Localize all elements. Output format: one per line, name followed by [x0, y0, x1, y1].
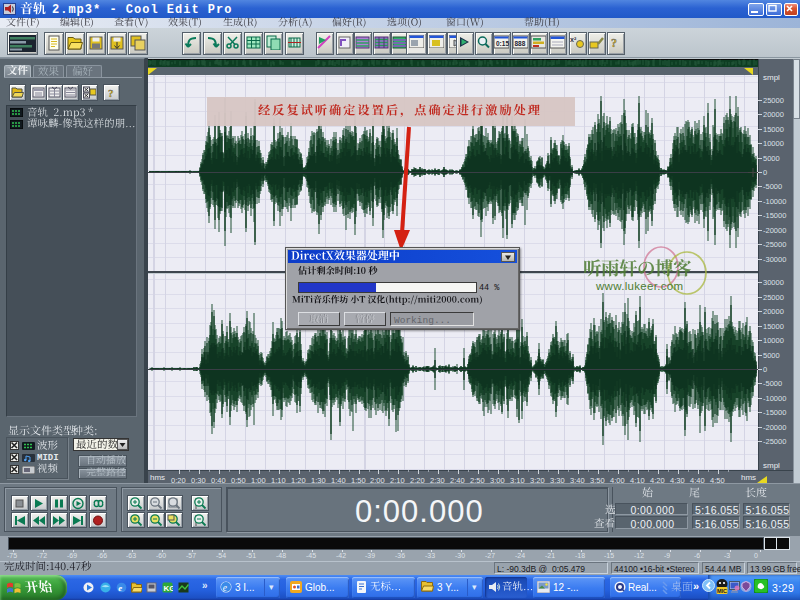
svg-text:?: ?: [108, 87, 114, 99]
svg-text:MIC: MIC: [717, 588, 727, 594]
svg-text:0:15: 0:15: [496, 40, 509, 47]
svg-text:e: e: [223, 583, 227, 593]
svg-text:e: e: [118, 582, 122, 592]
svg-text:KG: KG: [164, 583, 174, 592]
svg-text:x²: x²: [570, 36, 577, 43]
svg-text:888: 888: [514, 40, 525, 47]
svg-text:?: ?: [611, 36, 617, 50]
